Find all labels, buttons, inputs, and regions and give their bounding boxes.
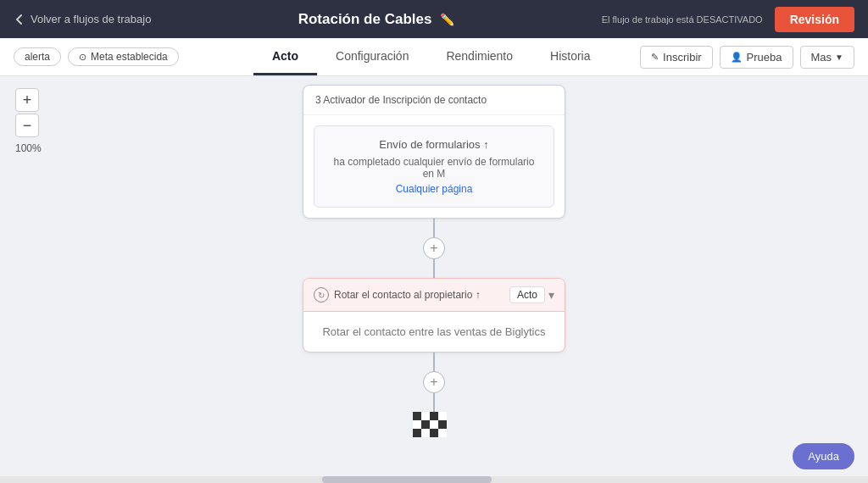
connector-2: +: [423, 353, 445, 412]
inscribir-button[interactable]: ✎ Inscribir: [640, 46, 713, 69]
trigger-card-desc: ha completado cualquier envío de formula…: [328, 156, 540, 180]
prueba-button[interactable]: 👤 Prueba: [720, 46, 793, 69]
tab-historia[interactable]: Historia: [531, 39, 609, 75]
svg-rect-1: [421, 412, 430, 420]
svg-rect-8: [413, 429, 421, 437]
action-header-label: Rotar el contacto al propietario ↑: [334, 289, 481, 301]
svg-rect-9: [421, 429, 430, 437]
action-body: Rotar el contacto entre las ventas de Bi…: [303, 312, 565, 352]
svg-rect-10: [430, 429, 438, 437]
canvas-area: + − 100% 3 Activador de Inscripción de c…: [0, 76, 868, 483]
add-step-button-2[interactable]: +: [423, 371, 445, 393]
revision-button[interactable]: Revisión: [775, 7, 854, 32]
trigger-header: 3 Activador de Inscripción de contacto: [303, 86, 565, 115]
checkered-icon: [413, 412, 455, 437]
add-step-button-1[interactable]: +: [423, 237, 445, 259]
back-label: Volver a flujos de trabajo: [31, 13, 151, 25]
action-node[interactable]: ↻ Rotar el contacto al propietario ↑ Act…: [303, 278, 565, 353]
acto-badge: Acto: [509, 286, 545, 303]
trigger-node[interactable]: 3 Activador de Inscripción de contacto E…: [303, 85, 565, 219]
action-header-left: ↻ Rotar el contacto al propietario ↑: [314, 287, 481, 303]
svg-rect-6: [430, 420, 438, 429]
trigger-card-title: Envío de formularios ↑: [328, 138, 540, 151]
tab-configuracion[interactable]: Configuración: [317, 39, 427, 75]
action-header: ↻ Rotar el contacto al propietario ↑ Act…: [303, 279, 565, 312]
back-button[interactable]: Volver a flujos de trabajo: [14, 13, 151, 25]
scrollbar-thumb[interactable]: [322, 476, 492, 483]
svg-rect-4: [413, 420, 421, 429]
edit-icon[interactable]: ✏️: [440, 13, 454, 26]
trigger-card-link[interactable]: Cualquier página: [328, 183, 540, 195]
sub-nav-left: alerta ⊙ Meta establecida: [14, 47, 222, 66]
action-header-right: Acto ▾: [509, 286, 554, 303]
status-text: El flujo de trabajo está DESACTIVADO: [602, 14, 763, 25]
sub-nav: alerta ⊙ Meta establecida Acto Configura…: [0, 38, 868, 76]
sub-nav-right: ✎ Inscribir 👤 Prueba Mas ▼: [640, 46, 854, 69]
back-icon: [14, 14, 25, 25]
mas-button[interactable]: Mas ▼: [800, 46, 854, 69]
flow-container: 3 Activador de Inscripción de contacto E…: [298, 85, 570, 441]
connector-line-2: [433, 353, 435, 371]
trigger-card[interactable]: Envío de formularios ↑ ha completado cua…: [314, 125, 554, 208]
zoom-controls: + − 100%: [15, 88, 42, 154]
workflow-title: Rotación de Cables: [298, 11, 432, 28]
connector-line-1: [433, 219, 435, 237]
badge-meta[interactable]: ⊙ Meta establecida: [68, 47, 179, 66]
trigger-body: Envío de formularios ↑ ha completado cua…: [303, 115, 565, 218]
tabs-area: Acto Configuración Rendimiento Historia: [222, 39, 640, 75]
svg-rect-11: [438, 429, 447, 437]
top-nav: Volver a flujos de trabajo Rotación de C…: [0, 0, 868, 38]
tab-acto[interactable]: Acto: [253, 39, 317, 75]
zoom-out-button[interactable]: −: [15, 114, 39, 137]
workflow-title-area: Rotación de Cables ✏️: [298, 11, 455, 28]
badge-alerta[interactable]: alerta: [14, 47, 61, 66]
zoom-in-button[interactable]: +: [15, 88, 39, 112]
zoom-level: 100%: [15, 142, 42, 154]
tab-rendimiento[interactable]: Rendimiento: [427, 39, 531, 75]
connector-line-2b: [433, 393, 435, 412]
rotate-icon: ↻: [314, 287, 329, 303]
bottom-scrollbar[interactable]: [0, 476, 868, 483]
nav-right-area: El flujo de trabajo está DESACTIVADO Rev…: [602, 7, 854, 32]
svg-rect-2: [430, 412, 438, 420]
svg-rect-3: [438, 412, 447, 420]
svg-rect-7: [438, 420, 447, 429]
connector-line-1b: [433, 259, 435, 278]
svg-rect-0: [413, 412, 421, 420]
connector-1: +: [423, 219, 445, 278]
help-button[interactable]: Ayuda: [793, 443, 854, 469]
svg-rect-5: [421, 420, 430, 429]
end-marker: [413, 412, 455, 441]
action-chevron-icon[interactable]: ▾: [548, 288, 554, 302]
